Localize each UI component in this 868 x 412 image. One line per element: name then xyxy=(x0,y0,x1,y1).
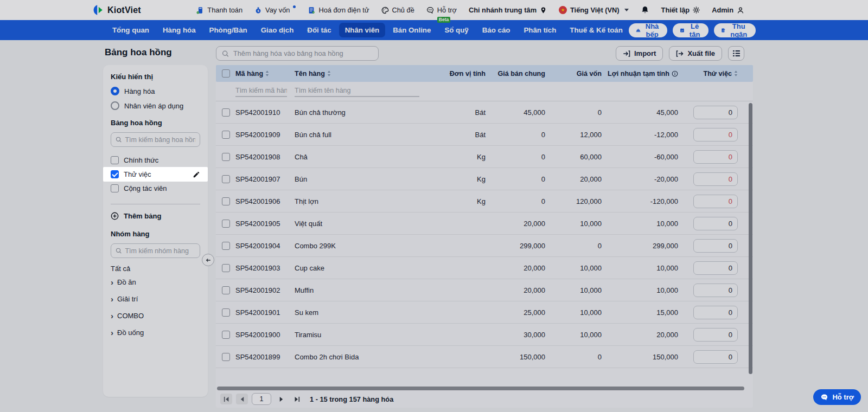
pagination: 1 1 - 15 trong 157 hàng hóa xyxy=(220,392,393,405)
horizontal-scrollbar[interactable] xyxy=(217,387,744,390)
commission-input[interactable] xyxy=(693,328,738,342)
product-group-item[interactable]: › Đồ uống xyxy=(111,324,200,341)
menu-item-support[interactable]: Hỗ trợ Beta xyxy=(426,6,457,14)
commission-input[interactable] xyxy=(693,106,738,119)
commission-input[interactable] xyxy=(693,128,738,141)
add-product-search[interactable] xyxy=(216,46,379,61)
settings-button[interactable]: Thiết lập xyxy=(661,6,700,14)
import-button[interactable]: Import xyxy=(616,46,663,61)
nav-item[interactable]: Thuế & Kế toán xyxy=(564,23,629,37)
product-code: SP542001907 xyxy=(235,175,295,183)
column-header-commission[interactable]: Thử việc xyxy=(678,70,738,78)
language-selector[interactable]: ★ Tiếng Việt (VN) xyxy=(559,6,629,14)
reception-button[interactable]: Lễ tân xyxy=(673,23,709,37)
product-group-item[interactable]: › COMBO xyxy=(111,307,200,324)
collapse-sidebar-button[interactable] xyxy=(202,254,214,266)
commission-table-item[interactable]: Thử việc xyxy=(103,167,208,182)
column-settings-button[interactable] xyxy=(728,46,744,61)
export-button[interactable]: Xuất file xyxy=(669,46,722,61)
row-checkbox[interactable] xyxy=(222,308,230,317)
row-checkbox[interactable] xyxy=(222,220,230,228)
commission-table-item[interactable]: Chính thức xyxy=(111,153,200,167)
commission-input[interactable] xyxy=(693,284,738,297)
branch-selector[interactable]: Chi nhánh trung tâm xyxy=(469,6,547,14)
row-checkbox[interactable] xyxy=(222,286,230,294)
commission-input[interactable] xyxy=(693,261,738,275)
product-name: Cup cake xyxy=(295,264,444,272)
add-product-search-input[interactable] xyxy=(233,49,373,57)
nav-item[interactable]: Nhân viên xyxy=(339,23,386,37)
commission-input[interactable] xyxy=(693,172,738,186)
nav-item[interactable]: Hàng hóa xyxy=(157,23,202,37)
kitchen-button[interactable]: Nhà bếp xyxy=(629,23,668,37)
product-cost: 0 xyxy=(545,353,602,361)
column-header-name[interactable]: Tên hàng xyxy=(295,70,444,78)
row-checkbox[interactable] xyxy=(222,242,230,250)
filter-code-input[interactable] xyxy=(235,86,287,97)
commission-input[interactable] xyxy=(693,217,738,230)
first-page-button[interactable] xyxy=(220,394,232,404)
edit-pencil-icon[interactable] xyxy=(193,171,200,178)
user-menu[interactable]: Admin xyxy=(712,6,744,14)
column-header-profit: Lợi nhuận tạm tính xyxy=(602,70,678,78)
vertical-scrollbar[interactable] xyxy=(749,103,752,374)
nav-item[interactable]: Phân tích xyxy=(518,23,562,37)
add-table-button[interactable]: Thêm bảng xyxy=(111,212,200,220)
row-checkbox[interactable] xyxy=(222,108,230,117)
menu-item-payment[interactable]: Thanh toán xyxy=(196,6,242,14)
product-price: 20,000 xyxy=(486,220,545,228)
checkbox-icon xyxy=(111,184,119,192)
notifications-button[interactable] xyxy=(641,5,649,15)
commission-input[interactable] xyxy=(693,150,738,164)
gear-icon xyxy=(693,7,700,14)
cashier-button[interactable]: Thu ngân xyxy=(714,23,756,37)
menu-item-theme[interactable]: Chủ đề xyxy=(381,6,414,14)
display-type-option[interactable]: Nhân viên áp dụng xyxy=(111,101,200,110)
menu-item-loan[interactable]: $ Vay vốn xyxy=(254,6,296,14)
support-fab[interactable]: Hỗ trợ xyxy=(813,389,861,405)
checkbox-icon xyxy=(111,156,119,164)
commission-input[interactable] xyxy=(693,306,738,319)
row-checkbox[interactable] xyxy=(222,153,230,161)
row-checkbox[interactable] xyxy=(222,175,230,183)
row-checkbox[interactable] xyxy=(222,131,230,139)
product-group-item[interactable]: › Giải trí xyxy=(111,291,200,307)
row-checkbox[interactable] xyxy=(222,264,230,272)
filter-name-input[interactable] xyxy=(295,86,419,97)
kiotviet-logo[interactable]: KiotViet xyxy=(92,4,141,16)
nav-item[interactable]: Tổng quan xyxy=(106,23,155,37)
product-group-item[interactable]: › Đồ ăn xyxy=(111,274,200,291)
product-name: Tiramisu xyxy=(295,331,444,339)
sidebar-divider xyxy=(111,204,200,204)
product-group-search-input[interactable] xyxy=(125,247,195,255)
vietnam-flag-icon: ★ xyxy=(559,6,567,14)
commission-table-search[interactable] xyxy=(111,132,200,147)
commission-table-search-input[interactable] xyxy=(125,136,195,144)
import-icon xyxy=(623,50,630,57)
info-icon[interactable] xyxy=(672,70,678,77)
commission-input[interactable] xyxy=(693,239,738,253)
next-page-button[interactable] xyxy=(275,394,287,404)
nav-item[interactable]: Đối tác xyxy=(301,23,337,37)
row-checkbox[interactable] xyxy=(222,353,230,361)
row-checkbox[interactable] xyxy=(222,331,230,339)
select-all-checkbox[interactable] xyxy=(222,69,230,78)
commission-table-item[interactable]: Cộng tác viên xyxy=(111,182,200,195)
product-group-search[interactable] xyxy=(111,243,200,258)
menu-item-invoice[interactable]: Hoá đơn điện tử xyxy=(308,6,369,14)
display-type-option[interactable]: Hàng hóa xyxy=(111,87,200,95)
nav-item[interactable]: Giao dịch xyxy=(255,23,300,37)
nav-item[interactable]: Phòng/Bàn xyxy=(203,23,253,37)
column-header-unit: Đơn vị tính xyxy=(444,70,486,78)
commission-input[interactable] xyxy=(693,195,738,208)
commission-input[interactable] xyxy=(693,350,738,364)
current-page[interactable]: 1 xyxy=(252,393,271,405)
row-checkbox[interactable] xyxy=(222,197,230,205)
nav-item[interactable]: Bán Online xyxy=(387,23,437,37)
last-page-button[interactable] xyxy=(291,394,303,404)
nav-item[interactable]: Báo cáo xyxy=(476,23,516,37)
nav-item[interactable]: Sổ quỹ xyxy=(438,23,474,37)
group-all-item[interactable]: Tất cả xyxy=(111,265,200,273)
column-header-code[interactable]: Mã hàng xyxy=(235,70,295,78)
prev-page-button[interactable] xyxy=(236,394,248,404)
